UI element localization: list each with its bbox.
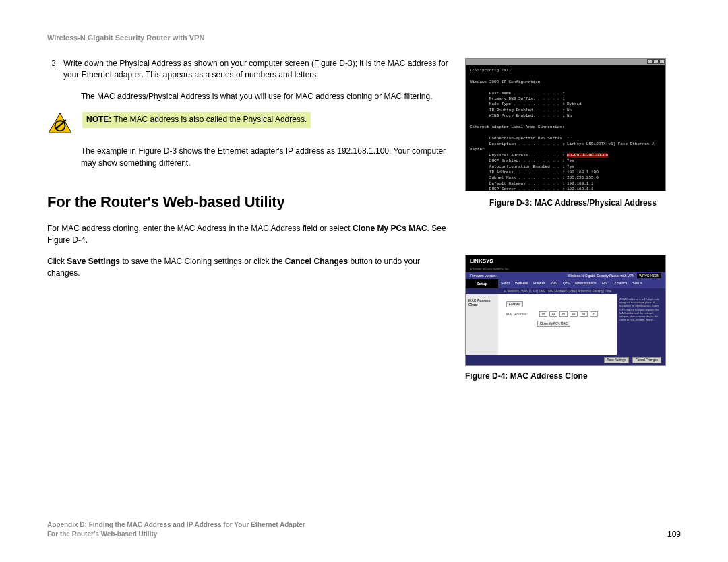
svg-marker-0 <box>49 113 71 133</box>
terminal-titlebar <box>466 59 665 65</box>
terminal-line: WINS Proxy Enabled. . . . . . : No <box>470 113 572 118</box>
terminal-line: IP Address. . . . . . . . . . : 192.168.… <box>470 170 599 175</box>
doc-header: Wireless-N Gigabit Security Router with … <box>47 34 681 42</box>
step-3: 3. Write down the Physical Address as sh… <box>47 58 452 82</box>
terminal-line: DHCP Enabled. . . . . . . . . : Yes <box>470 158 574 163</box>
terminal-line: IP Routing Enabled. . . . . . : No <box>470 108 572 113</box>
footer-appendix: Appendix D: Finding the MAC Address and … <box>47 520 305 530</box>
note-label: NOTE: <box>86 115 111 124</box>
footer-section: For the Router's Web-based Utility <box>47 530 305 539</box>
note-callout: NOTE: The MAC address is also called the… <box>82 112 311 128</box>
terminal-line: Windows 2000 IP Configuration <box>470 80 540 84</box>
linksys-tab: QoS <box>560 279 572 288</box>
linksys-model: WRVS4400N <box>637 273 661 278</box>
note-icon <box>47 112 73 135</box>
linksys-section-label: Setup <box>466 279 498 288</box>
terminal-line: C:\>ipconfig /all <box>470 68 511 73</box>
page-footer: Appendix D: Finding the MAC Address and … <box>47 520 681 539</box>
linksys-mac-octet: 00 <box>539 311 547 317</box>
linksys-bottom-bar: Save Settings Cancel Changes <box>466 355 665 365</box>
linksys-product: Wireless-N Gigabit Security Router with … <box>568 274 634 278</box>
linksys-mac-octet: 05 <box>559 311 568 317</box>
linksys-subbrand: A Division of Cisco Systems, Inc. <box>466 267 665 272</box>
para-save-settings: Click Save Settings to save the MAC Clon… <box>47 256 452 280</box>
linksys-tab: Setup <box>498 279 512 288</box>
terminal-line: Primary DNS Suffix. . . . . . : <box>470 96 564 101</box>
terminal-line: Default Gateway . . . . . . . : 192.168.… <box>470 181 594 186</box>
linksys-side-label: MAC Address Clone <box>466 294 498 355</box>
linksys-form: Enabled MAC Address: 00 04 05 09 04 07 <box>498 294 617 355</box>
linksys-tab: Administration <box>572 279 599 288</box>
linksys-mac-octet: 07 <box>590 311 598 317</box>
terminal-line: Host Name . . . . . . . . . . : <box>470 91 564 96</box>
bold-clone-my-pcs-mac: Clone My PCs MAC <box>353 224 427 233</box>
text: Click <box>47 257 67 266</box>
linksys-tab: Wireless <box>512 279 530 288</box>
linksys-subtabs: IP Versions | WAN | LAN | DMZ | MAC Addr… <box>466 288 665 294</box>
para-mac-cloning: For MAC address cloning, enter the MAC A… <box>47 223 452 247</box>
linksys-product-bar: Firmware version: Wireless-N Gigabit Sec… <box>466 272 665 279</box>
example-para: The example in Figure D-3 shows the Ethe… <box>81 146 452 169</box>
linksys-cancel-button: Cancel Changes <box>632 357 661 363</box>
linksys-tab: Status <box>630 279 644 288</box>
terminal-line: Connection-specific DNS Suffix : <box>470 136 570 141</box>
terminal-mac-highlight: 00-00-00-00-00-00 <box>567 153 608 158</box>
section-heading: For the Router's Web-based Utility <box>47 193 452 211</box>
linksys-enabled-dropdown: Enabled <box>506 301 523 307</box>
linksys-mac-octet: 04 <box>549 311 557 317</box>
step-3-line1: Write down the Physical Address as shown… <box>63 58 452 82</box>
linksys-help-panel: A MAC address is a 12-digit code assigne… <box>617 294 665 355</box>
bold-save-settings: Save Settings <box>67 257 120 266</box>
linksys-clone-button: Clone My PC's MAC <box>537 321 570 327</box>
text: to save the MAC Cloning settings or clic… <box>120 257 285 266</box>
terminal-line: Node Type . . . . . . . . . . : Hybrid <box>470 102 582 106</box>
close-icon <box>659 59 665 64</box>
bold-cancel-changes: Cancel Changes <box>285 257 348 266</box>
linksys-nav-tabs: Setup Setup Wireless Firewall VPN QoS Ad… <box>466 279 665 288</box>
terminal-line: Autoconfiguration Enabled . . : Yes <box>470 164 574 169</box>
linksys-brand: LINKSYS <box>466 255 665 267</box>
terminal-line: Description . . . . . . . . . : Linksys … <box>470 142 655 146</box>
linksys-fw: Firmware version: <box>470 274 497 278</box>
linksys-mac-octet: 04 <box>580 311 588 317</box>
linksys-save-button: Save Settings <box>604 357 630 363</box>
step-3-line2: The MAC address/Physical Address is what… <box>81 91 452 102</box>
linksys-tab: L2 Switch <box>610 279 630 288</box>
minimize-icon <box>647 59 653 64</box>
text: For MAC address cloning, enter the MAC A… <box>47 224 353 233</box>
terminal-line: DHCP Server . . . . . . . . . : 192.168.… <box>470 187 594 191</box>
step-number: 3. <box>47 58 58 82</box>
figure-d3-caption: Figure D-3: MAC Address/Physical Address <box>465 198 681 208</box>
maximize-icon <box>653 59 659 64</box>
linksys-mac-label: MAC Address: <box>506 312 537 316</box>
terminal-line: Ethernet adapter Local Area Connection: <box>470 125 564 129</box>
figure-d3-terminal: C:\>ipconfig /all Windows 2000 IP Config… <box>465 58 666 191</box>
terminal-body: C:\>ipconfig /all Windows 2000 IP Config… <box>466 65 665 191</box>
note-text: The MAC address is also called the Physi… <box>111 115 307 124</box>
figure-d4-caption: Figure D-4: MAC Address Clone <box>465 371 681 381</box>
linksys-mac-octet: 09 <box>570 311 578 317</box>
linksys-tab: Firewall <box>530 279 547 288</box>
terminal-line: dapter <box>470 147 485 152</box>
terminal-line: Subnet Mask . . . . . . . . . : 255.255.… <box>470 175 599 180</box>
linksys-tab: IPS <box>599 279 609 288</box>
terminal-line: Physical Address. . . . . . . : <box>470 153 567 158</box>
page-number: 109 <box>667 530 681 539</box>
figure-d4-screenshot: LINKSYS A Division of Cisco Systems, Inc… <box>465 255 666 366</box>
linksys-tab: VPN <box>547 279 559 288</box>
